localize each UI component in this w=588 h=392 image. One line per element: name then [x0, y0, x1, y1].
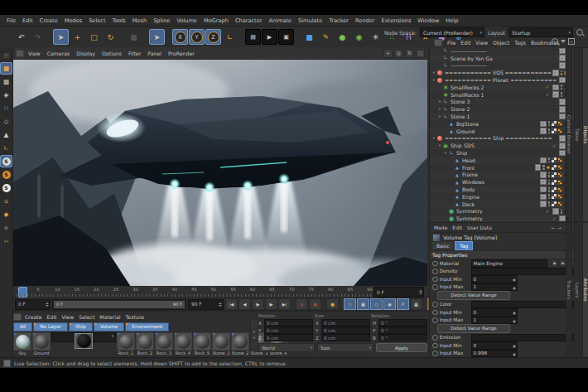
visibility-dots[interactable] [561, 85, 563, 90]
object-label[interactable]: Stone 2 [451, 106, 470, 112]
frame-increment-field[interactable]: 0 F [374, 287, 424, 298]
detect-value-range-button[interactable]: Detect Value Range [437, 291, 510, 300]
sep[interactable] [142, 29, 148, 45]
object-label[interactable]: Symmetry [456, 208, 483, 214]
anim-dot[interactable] [432, 317, 438, 323]
visibility-dots[interactable] [548, 121, 551, 126]
workplane-icon[interactable]: ◆ [0, 208, 12, 220]
next-frame-button[interactable]: ▶ [265, 298, 277, 310]
enable-checkbox[interactable]: ✓ [559, 150, 566, 157]
material-thumbnail[interactable] [13, 332, 31, 351]
viewport-menu-item[interactable]: Filter [126, 51, 143, 56]
am-menu-item[interactable]: Edit [451, 225, 464, 230]
filter-icon[interactable] [561, 40, 566, 43]
enable-checkbox[interactable]: ✓ [559, 77, 566, 84]
material-layer-tab[interactable]: Volume [94, 322, 125, 332]
anim-dot[interactable] [432, 284, 438, 290]
enable-checkbox[interactable]: ✓ [540, 157, 547, 164]
visibility-dots[interactable] [561, 209, 563, 214]
object-label[interactable]: =========== Ship =========== [445, 135, 552, 141]
gradient-dropdown[interactable] [471, 268, 576, 276]
layout-select[interactable]: Startup [508, 27, 573, 37]
live-selection-icon[interactable]: ➤ [53, 29, 69, 45]
object-tree-row[interactable]: Scene by Yan Ga ✓ ✓ ✱ [430, 55, 577, 62]
visibility-dots[interactable] [548, 187, 551, 192]
key-scale-button[interactable]: ○ [370, 298, 383, 310]
material-thumbnail[interactable] [75, 333, 93, 349]
object-tree-row[interactable]: Engine ✓ ✓ ✱ [430, 193, 577, 201]
anim-dot[interactable] [432, 351, 438, 356]
enable-checkbox[interactable]: ✓ [559, 135, 566, 142]
object-tree-row[interactable]: SmallRocks 1 ✓ ✓ ✱ [430, 91, 577, 99]
texture-mode-icon[interactable]: ▩ [0, 75, 12, 88]
object-tree-row[interactable]: =========== Planet =========== ✓ ✓ ✱ [430, 76, 577, 84]
visibility-dots[interactable] [548, 180, 551, 185]
generator-icon[interactable]: ◉ [351, 29, 367, 45]
am-menu-item[interactable]: Mode [432, 225, 449, 230]
key-position-button[interactable]: ▣ [357, 298, 369, 310]
visibility-dots[interactable] [548, 172, 551, 177]
object-label[interactable]: Frame [462, 172, 478, 177]
polygons-mode-icon[interactable]: ▲ [0, 128, 12, 141]
model-mode-icon[interactable]: ■ [0, 62, 12, 75]
enable-checkbox[interactable]: ✓ [540, 179, 547, 186]
sep[interactable] [340, 299, 343, 309]
object-tree-row[interactable]: =========== Ship =========== ✓ ✓ ✱ [430, 135, 577, 143]
enable-snap-icon[interactable]: S [0, 155, 12, 167]
object-tree-row[interactable]: Stone 2 ✓ ✓ ✱ [430, 105, 577, 113]
object-label[interactable]: Scene by Yan Ga [451, 56, 493, 61]
axis-y-lock-button[interactable]: Y [189, 29, 205, 45]
om-menu-item[interactable]: File [446, 40, 457, 46]
viewport-menu-item[interactable]: Panel [145, 51, 164, 56]
enable-checkbox[interactable]: ✓ [552, 85, 559, 91]
object-label[interactable]: -------------------- [451, 62, 487, 68]
size-field[interactable]: 0 cm [321, 334, 370, 341]
enable-checkbox[interactable]: ✓ [552, 70, 559, 76]
enable-checkbox[interactable]: ✓ [552, 208, 559, 215]
sep[interactable] [423, 299, 427, 309]
om-menu-item[interactable]: Tags [513, 40, 528, 46]
anim-dot[interactable] [432, 269, 438, 274]
visibility-dots[interactable] [548, 128, 551, 133]
material-menu-item[interactable]: Texture [123, 314, 146, 320]
object-tree-row[interactable]: Deck ✓ ✓ ✱ [430, 201, 577, 208]
material-item[interactable]: Stone_2 [231, 332, 249, 356]
key-pla-button[interactable]: ▦ [410, 298, 422, 310]
rotation-field[interactable]: 0 ° [378, 334, 427, 341]
object-tree-row[interactable]: Front ✓ ✓ ✱ [430, 164, 577, 172]
object-label[interactable]: SmallRocks 1 [451, 92, 484, 98]
input-max-field[interactable]: 1 [471, 283, 518, 292]
material-thumbnail[interactable] [32, 332, 51, 351]
render-active-view-icon[interactable]: ▶ [262, 29, 277, 45]
side-tab[interactable]: Objects [582, 47, 588, 222]
material-item[interactable]: Ground [32, 332, 51, 356]
render-view-icon[interactable]: ▤ [245, 29, 261, 45]
texture-tags[interactable] [552, 165, 562, 170]
material-thumbnail[interactable] [155, 332, 173, 351]
enable-checkbox[interactable]: ✓ [559, 114, 566, 120]
am-menu-item[interactable]: User Data [465, 225, 494, 230]
enable-checkbox[interactable]: ✓ [540, 186, 547, 193]
object-tree-row[interactable]: BigStone ✓ ✓ ✱ [430, 120, 577, 128]
object-label[interactable]: Front [462, 165, 475, 171]
points-mode-icon[interactable]: ∷ [0, 102, 12, 114]
texture-tags[interactable] [552, 201, 562, 206]
menu-item[interactable]: Mesh [129, 17, 150, 24]
selection-tool-icon[interactable]: ➤ [149, 29, 165, 45]
side-tab[interactable]: Takes [574, 47, 581, 222]
record-scrub-button[interactable]: ◉ [296, 298, 308, 310]
menu-item[interactable]: File [3, 17, 19, 24]
material-browse-icon[interactable]: ▪ [551, 259, 558, 267]
enable-checkbox[interactable]: ✓ [559, 48, 566, 55]
tag-properties-header[interactable]: Tag Properties [430, 250, 577, 259]
axis-mode-icon[interactable]: ∟ [0, 142, 12, 154]
texture-tags[interactable] [552, 180, 562, 185]
texture-tags[interactable] [552, 121, 562, 126]
node-space-select[interactable]: Current (ProRender) [420, 27, 484, 37]
xpresso-icon[interactable]: ‹› [0, 235, 12, 247]
viewport-menu-item[interactable]: ProRender [166, 51, 197, 56]
object-label[interactable]: Windows [462, 179, 484, 185]
play-button[interactable]: ▶ [252, 298, 264, 310]
size-field[interactable]: 0 cm [321, 319, 370, 327]
workplane-mode-icon[interactable]: ◈ [0, 89, 12, 101]
